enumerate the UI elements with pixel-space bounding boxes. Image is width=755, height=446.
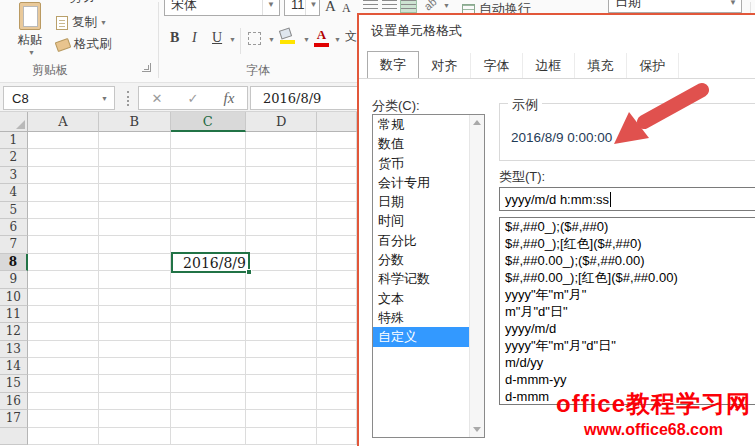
category-item[interactable]: 特殊 — [373, 308, 469, 327]
borders-dropdown-icon[interactable]: ▼ — [268, 36, 275, 43]
grid-cell[interactable] — [246, 254, 317, 271]
fill-handle[interactable] — [246, 269, 252, 275]
phonetic-button[interactable]: 文 — [345, 28, 357, 45]
name-box[interactable]: C8 ▼ — [3, 86, 115, 110]
grid-cell[interactable] — [246, 341, 317, 358]
format-painter-button[interactable]: 格式刷 — [56, 36, 112, 53]
grid-cell[interactable] — [246, 306, 317, 323]
grid-cell[interactable] — [246, 271, 317, 288]
grid-cell[interactable] — [171, 323, 246, 340]
grid-cell[interactable] — [317, 132, 357, 149]
grid-cell[interactable] — [28, 289, 99, 306]
number-format-combobox[interactable]: 日期 ▼ — [608, 0, 742, 13]
grid-cell[interactable] — [28, 167, 99, 184]
grid-cell[interactable] — [171, 341, 246, 358]
cancel-button[interactable]: ✕ — [152, 91, 163, 106]
category-item[interactable]: 货币 — [373, 154, 469, 173]
italic-button[interactable]: I — [192, 30, 197, 46]
grid-cell[interactable] — [171, 149, 246, 166]
row-header-8[interactable]: 8 — [0, 254, 28, 271]
row-header-6[interactable]: 6 — [0, 219, 28, 236]
grid-cell[interactable] — [246, 375, 317, 392]
grid-cell[interactable] — [99, 167, 170, 184]
grid-cell[interactable] — [317, 410, 357, 427]
grid-cell[interactable] — [317, 149, 357, 166]
grid-cell[interactable] — [99, 375, 170, 392]
grid-cell[interactable] — [171, 132, 246, 149]
grid-cell[interactable] — [28, 358, 99, 375]
grid-cell[interactable] — [99, 149, 170, 166]
category-item[interactable]: 百分比 — [373, 231, 469, 250]
selected-cell-c8[interactable]: 2016/8/9 — [171, 252, 250, 273]
grid-cell[interactable] — [246, 393, 317, 410]
grid-cell[interactable] — [246, 410, 317, 427]
row-header-3[interactable]: 3 — [0, 167, 28, 184]
format-list-item[interactable]: yyyy"年"m"月" — [500, 286, 755, 303]
grid-cell[interactable] — [99, 410, 170, 427]
grid-cell[interactable] — [99, 202, 170, 219]
grid-cell[interactable] — [171, 219, 246, 236]
grid-cell[interactable] — [99, 323, 170, 340]
font-color-dropdown-icon[interactable]: ▼ — [334, 36, 341, 43]
font-size-dropdown-icon[interactable]: ▼ — [305, 0, 322, 15]
grid-cell[interactable] — [28, 254, 99, 271]
grid-cell[interactable] — [171, 375, 246, 392]
format-list-item[interactable]: yyyy/m/d — [500, 320, 755, 337]
underline-dropdown-icon[interactable]: ▼ — [229, 36, 236, 43]
grid-cell[interactable] — [28, 184, 99, 201]
align-top-icon[interactable] — [363, 0, 378, 12]
align-bottom-icon[interactable] — [401, 0, 416, 12]
grid-cell[interactable] — [28, 341, 99, 358]
category-item[interactable]: 分数 — [373, 250, 469, 269]
category-scrollbar[interactable] — [469, 115, 484, 437]
grid-cell[interactable] — [28, 428, 99, 445]
grid-cell[interactable] — [171, 167, 246, 184]
grid-cell[interactable] — [28, 410, 99, 427]
row-header-1[interactable]: 1 — [0, 132, 28, 149]
row-header-12[interactable]: 12 — [0, 323, 28, 340]
grid-cell[interactable] — [317, 202, 357, 219]
cut-button[interactable]: ✂ 剪切 — [56, 0, 94, 6]
grid-cell[interactable] — [317, 341, 357, 358]
row-header-13[interactable]: 13 — [0, 341, 28, 358]
category-item[interactable]: 文本 — [373, 289, 469, 308]
grid-cell[interactable] — [246, 149, 317, 166]
row-header-5[interactable]: 5 — [0, 202, 28, 219]
grid-cell[interactable] — [99, 306, 170, 323]
fill-color-dropdown-icon[interactable]: ▼ — [303, 36, 310, 43]
row-header-partial[interactable] — [0, 428, 28, 445]
format-list-item[interactable]: $#,##0_);($#,##0) — [500, 218, 755, 235]
grid-cell[interactable] — [317, 375, 357, 392]
grid-cell[interactable] — [246, 236, 317, 253]
orientation-icon[interactable]: ab — [422, 0, 439, 13]
tab-4[interactable]: 边框 — [523, 53, 575, 78]
grid-cell[interactable] — [317, 358, 357, 375]
grid-cell[interactable] — [171, 184, 246, 201]
type-input[interactable]: yyyy/m/d h:mm:ss — [499, 187, 755, 211]
bold-button[interactable]: B — [170, 30, 179, 46]
format-list-item[interactable]: $#,##0.00_);[红色]($#,##0.00) — [500, 269, 755, 286]
grid-cell[interactable] — [246, 219, 317, 236]
grid-cell[interactable] — [171, 393, 246, 410]
column-header-B[interactable]: B — [99, 112, 170, 132]
tab-2[interactable]: 对齐 — [419, 53, 471, 78]
grid-cell[interactable] — [99, 428, 170, 445]
select-all-corner[interactable] — [0, 112, 28, 132]
grid-cell[interactable] — [99, 184, 170, 201]
grid-cell[interactable] — [246, 184, 317, 201]
grid-cell[interactable] — [28, 132, 99, 149]
grid-cell[interactable] — [28, 149, 99, 166]
tab-5[interactable]: 填充 — [575, 53, 627, 78]
category-item[interactable]: 日期 — [373, 192, 469, 211]
format-list-item[interactable]: $#,##0.00_);($#,##0.00) — [500, 252, 755, 269]
grid-cell[interactable] — [99, 219, 170, 236]
grid-cell[interactable] — [317, 236, 357, 253]
grid-cell[interactable] — [99, 393, 170, 410]
orientation-dropdown-icon[interactable]: ▼ — [443, 2, 450, 9]
row-header-4[interactable]: 4 — [0, 184, 28, 201]
name-box-dropdown-icon[interactable]: ▼ — [101, 95, 114, 102]
underline-button[interactable]: U — [212, 30, 222, 46]
insert-function-button[interactable]: fx — [224, 90, 235, 107]
category-item[interactable]: 自定义 — [373, 327, 469, 346]
grid-cell[interactable] — [246, 323, 317, 340]
